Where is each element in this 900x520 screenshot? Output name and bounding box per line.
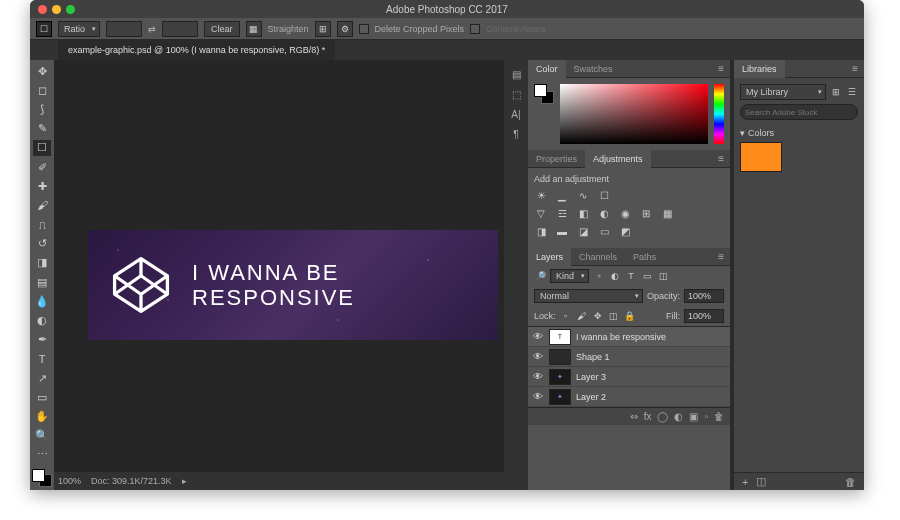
tab-paths[interactable]: Paths: [625, 248, 664, 266]
eraser-tool-icon[interactable]: ◨: [33, 255, 51, 271]
library-dropdown[interactable]: My Library: [740, 84, 826, 100]
bw-icon[interactable]: ◐: [597, 206, 611, 220]
tab-channels[interactable]: Channels: [571, 248, 625, 266]
delete-asset-icon[interactable]: 🗑: [845, 476, 856, 488]
crop-options-icon[interactable]: ⚙: [337, 21, 353, 37]
photo-filter-icon[interactable]: ◉: [618, 206, 632, 220]
ratio-width-input[interactable]: [106, 21, 142, 37]
opacity-input[interactable]: [684, 289, 724, 303]
tab-swatches[interactable]: Swatches: [566, 60, 621, 78]
content-aware-checkbox[interactable]: [470, 24, 480, 34]
filter-shape-icon[interactable]: ▭: [641, 270, 653, 282]
color-swatches[interactable]: [32, 469, 52, 487]
move-tool-icon[interactable]: ✥: [33, 63, 51, 79]
layer-row[interactable]: 👁 Shape 1: [528, 347, 730, 367]
fill-input[interactable]: [684, 309, 724, 323]
lock-all-icon[interactable]: 🔒: [624, 310, 636, 322]
zoom-level[interactable]: 100%: [58, 476, 81, 486]
lock-pos-icon[interactable]: ✥: [592, 310, 604, 322]
channel-mixer-icon[interactable]: ⊞: [639, 206, 653, 220]
filter-type-icon[interactable]: T: [625, 270, 637, 282]
tab-properties[interactable]: Properties: [528, 150, 585, 168]
lock-image-icon[interactable]: 🖌: [576, 310, 588, 322]
lock-artboard-icon[interactable]: ◫: [608, 310, 620, 322]
stamp-tool-icon[interactable]: ⎍: [33, 217, 51, 233]
tab-libraries[interactable]: Libraries: [734, 60, 785, 78]
grid-view-icon[interactable]: ⊞: [830, 86, 842, 98]
filter-pixel-icon[interactable]: ▫: [593, 270, 605, 282]
new-layer-icon[interactable]: ▫: [704, 411, 708, 422]
adjustment-layer-icon[interactable]: ◐: [674, 411, 683, 422]
posterize-icon[interactable]: ▬: [555, 224, 569, 238]
eyedropper-tool-icon[interactable]: ✐: [33, 159, 51, 175]
library-color-swatch[interactable]: [740, 142, 782, 172]
gradient-tool-icon[interactable]: ▤: [33, 274, 51, 290]
heal-tool-icon[interactable]: ✚: [33, 178, 51, 194]
selective-color-icon[interactable]: ◩: [618, 224, 632, 238]
curves-icon[interactable]: ∿: [576, 188, 590, 202]
grid-overlay-icon[interactable]: ⊞: [315, 21, 331, 37]
blend-mode-dropdown[interactable]: Normal: [534, 289, 643, 303]
delete-cropped-checkbox[interactable]: [359, 24, 369, 34]
color-balance-icon[interactable]: ◧: [576, 206, 590, 220]
hand-tool-icon[interactable]: ✋: [33, 408, 51, 424]
brightness-icon[interactable]: ☀: [534, 188, 548, 202]
history-brush-tool-icon[interactable]: ↺: [33, 236, 51, 252]
panel-menu-icon[interactable]: ≡: [712, 63, 730, 74]
search-icon[interactable]: 🔎: [534, 270, 546, 282]
path-tool-icon[interactable]: ↗: [33, 370, 51, 386]
invert-icon[interactable]: ◨: [534, 224, 548, 238]
visibility-icon[interactable]: 👁: [532, 371, 544, 382]
doc-size[interactable]: Doc: 309.1K/721.3K: [91, 476, 172, 486]
filter-adjust-icon[interactable]: ◐: [609, 270, 621, 282]
color-lookup-icon[interactable]: ▦: [660, 206, 674, 220]
add-content-icon[interactable]: +: [742, 476, 748, 488]
panel-menu-icon[interactable]: ≡: [712, 153, 730, 164]
vibrance-icon[interactable]: ▽: [534, 206, 548, 220]
ratio-dropdown[interactable]: Ratio: [58, 21, 100, 37]
color-spectrum[interactable]: [560, 84, 708, 144]
glyphs-panel-icon[interactable]: ¶: [508, 126, 524, 142]
threshold-icon[interactable]: ◪: [576, 224, 590, 238]
close-icon[interactable]: [38, 5, 47, 14]
hue-icon[interactable]: ☲: [555, 206, 569, 220]
dodge-tool-icon[interactable]: ◐: [33, 312, 51, 328]
exposure-icon[interactable]: ☐: [597, 188, 611, 202]
clear-button[interactable]: Clear: [204, 21, 240, 37]
quick-select-tool-icon[interactable]: ✎: [33, 121, 51, 137]
levels-icon[interactable]: ▁: [555, 188, 569, 202]
list-view-icon[interactable]: ☰: [846, 86, 858, 98]
marquee-tool-icon[interactable]: ◻: [33, 82, 51, 98]
library-section-header[interactable]: ▾Colors: [740, 128, 858, 138]
layer-mask-icon[interactable]: ◯: [657, 411, 668, 422]
lasso-tool-icon[interactable]: ⟆: [33, 101, 51, 117]
library-search-input[interactable]: [740, 104, 858, 120]
libraries-stock-icon[interactable]: ◫: [756, 475, 766, 488]
panel-color-swatches[interactable]: [534, 84, 554, 104]
link-layers-icon[interactable]: ⇔: [630, 411, 638, 422]
document-tab[interactable]: example-graphic.psd @ 100% (I wanna be r…: [58, 40, 335, 60]
filter-kind-dropdown[interactable]: Kind: [550, 269, 589, 283]
gradient-map-icon[interactable]: ▭: [597, 224, 611, 238]
panel-menu-icon[interactable]: ≡: [846, 63, 864, 74]
brush-tool-icon[interactable]: 🖌: [33, 197, 51, 213]
swap-icon[interactable]: ⇄: [148, 24, 156, 34]
delete-layer-icon[interactable]: 🗑: [714, 411, 724, 422]
tab-layers[interactable]: Layers: [528, 248, 571, 266]
layer-row[interactable]: 👁 T I wanna be responsive: [528, 327, 730, 347]
paragraph-panel-icon[interactable]: A|: [508, 106, 524, 122]
shape-tool-icon[interactable]: ▭: [33, 389, 51, 405]
character-panel-icon[interactable]: ⬚: [508, 86, 524, 102]
pen-tool-icon[interactable]: ✒: [33, 332, 51, 348]
status-chevron-icon[interactable]: ▸: [182, 476, 187, 486]
layer-row[interactable]: 👁 ✦ Layer 3: [528, 367, 730, 387]
blur-tool-icon[interactable]: 💧: [33, 293, 51, 309]
zoom-icon[interactable]: [66, 5, 75, 14]
minimize-icon[interactable]: [52, 5, 61, 14]
type-tool-icon[interactable]: T: [33, 351, 51, 367]
panel-menu-icon[interactable]: ≡: [712, 251, 730, 262]
history-panel-icon[interactable]: ▤: [508, 66, 524, 82]
crop-tool-icon[interactable]: ☐: [33, 140, 51, 156]
layer-fx-icon[interactable]: fx: [644, 411, 652, 422]
ratio-height-input[interactable]: [162, 21, 198, 37]
